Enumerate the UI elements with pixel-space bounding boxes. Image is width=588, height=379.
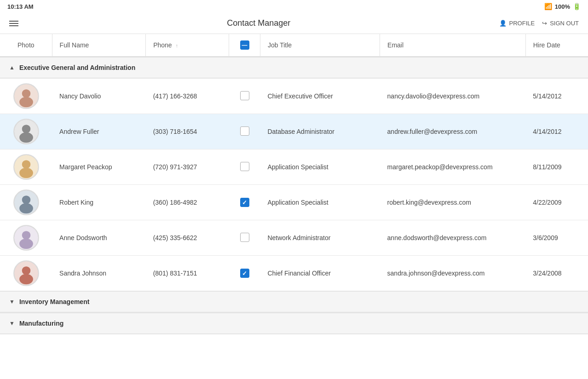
cell-job-title: Application Specialist <box>260 149 380 185</box>
avatar <box>13 225 39 251</box>
cell-name: Robert King <box>52 185 146 220</box>
avatar <box>13 154 39 180</box>
cell-phone: (360) 186-4982 <box>146 185 229 220</box>
table-header-row: Photo Full Name Phone ↑ Job Title Email <box>0 34 588 57</box>
contacts-table: Photo Full Name Phone ↑ Job Title Email <box>0 34 588 334</box>
table-row[interactable]: Nancy Davolio(417) 166-3268Chief Executi… <box>0 79 588 114</box>
hamburger-button[interactable] <box>9 21 18 26</box>
cell-checkbox[interactable] <box>229 79 260 114</box>
cell-email: margaret.peackop@devexpress.com <box>380 149 526 185</box>
cell-email: robert.king@devexpress.com <box>380 185 526 220</box>
svg-point-11 <box>19 203 33 213</box>
cell-checkbox[interactable] <box>229 256 260 291</box>
cell-hire-date: 4/22/2009 <box>525 185 588 220</box>
table-row[interactable]: Andrew Fuller(303) 718-1654Database Admi… <box>0 114 588 149</box>
avatar <box>13 119 39 144</box>
cell-name: Andrew Fuller <box>52 114 146 149</box>
cell-phone: (801) 831-7151 <box>146 256 229 291</box>
group-label: Manufacturing <box>19 320 63 327</box>
header-checkbox[interactable] <box>240 40 249 50</box>
col-header-check[interactable] <box>229 34 260 57</box>
cell-email: sandra.johnson@devexpress.com <box>380 256 526 291</box>
cell-email: andrew.fuller@devexpress.com <box>380 114 526 149</box>
table-row[interactable]: Robert King(360) 186-4982Application Spe… <box>0 185 588 220</box>
row-checkbox[interactable] <box>240 162 249 171</box>
table-wrapper: Photo Full Name Phone ↑ Job Title Email <box>0 34 588 334</box>
table-row[interactable]: Margaret Peackop(720) 971-3927Applicatio… <box>0 149 588 185</box>
cell-hire-date: 5/14/2012 <box>525 79 588 114</box>
group-header-1[interactable]: ▼Inventory Management <box>0 291 588 312</box>
svg-point-7 <box>22 160 30 169</box>
cell-hire-date: 4/14/2012 <box>525 114 588 149</box>
cell-hire-date: 3/24/2008 <box>525 256 588 291</box>
svg-point-8 <box>19 168 33 178</box>
avatar <box>13 260 39 286</box>
cell-checkbox[interactable] <box>229 185 260 220</box>
app-header: Contact Manager 👤 PROFILE ↪ SIGN OUT <box>0 13 588 34</box>
cell-photo <box>0 79 52 114</box>
battery-icon: 🔋 <box>573 3 581 10</box>
battery-display: 100% <box>555 3 570 10</box>
svg-point-4 <box>22 125 30 133</box>
cell-photo <box>0 185 52 220</box>
cell-phone: (720) 971-3927 <box>146 149 229 185</box>
cell-email: anne.dodsworth@devexpress.com <box>380 220 526 256</box>
cell-hire-date: 8/11/2009 <box>525 149 588 185</box>
cell-checkbox[interactable] <box>229 220 260 256</box>
sign-out-icon: ↪ <box>542 20 547 27</box>
svg-point-16 <box>22 266 30 275</box>
cell-checkbox[interactable] <box>229 114 260 149</box>
wifi-icon: 📶 <box>544 3 552 10</box>
cell-photo <box>0 256 52 291</box>
cell-photo <box>0 149 52 185</box>
profile-button[interactable]: 👤 PROFILE <box>499 20 535 27</box>
col-header-photo: Photo <box>0 34 52 57</box>
group-header-row[interactable]: ▼Inventory Management <box>0 291 588 313</box>
cell-job-title: Application Specialist <box>260 185 380 220</box>
row-checkbox[interactable] <box>240 269 249 278</box>
group-header-0[interactable]: ▲Executive General and Administration <box>0 57 588 78</box>
col-header-email: Email <box>380 34 526 57</box>
cell-photo <box>0 220 52 256</box>
app-title: Contact Manager <box>227 18 290 28</box>
chevron-icon: ▼ <box>9 299 15 305</box>
cell-job-title: Database Administrator <box>260 114 380 149</box>
table-row[interactable]: Anne Dodsworth(425) 335-6622Network Admi… <box>0 220 588 256</box>
group-header-2[interactable]: ▼Manufacturing <box>0 313 588 334</box>
col-header-phone[interactable]: Phone ↑ <box>146 34 229 57</box>
row-checkbox[interactable] <box>240 126 249 136</box>
avatar <box>13 190 39 215</box>
row-checkbox[interactable] <box>240 91 249 100</box>
cell-job-title: Chief Financial Officer <box>260 256 380 291</box>
cell-photo <box>0 114 52 149</box>
row-checkbox[interactable] <box>240 233 249 242</box>
cell-name: Margaret Peackop <box>52 149 146 185</box>
group-header-row[interactable]: ▼Manufacturing <box>0 313 588 334</box>
cell-hire-date: 3/6/2009 <box>525 220 588 256</box>
sort-asc-icon: ↑ <box>176 43 179 48</box>
svg-point-13 <box>22 231 30 240</box>
table-row[interactable]: Sandra Johnson(801) 831-7151Chief Financ… <box>0 256 588 291</box>
group-header-row[interactable]: ▲Executive General and Administration <box>0 57 588 79</box>
svg-point-14 <box>19 239 33 249</box>
cell-job-title: Chief Executive Officer <box>260 79 380 114</box>
svg-point-5 <box>19 132 33 143</box>
cell-name: Nancy Davolio <box>52 79 146 114</box>
sign-out-label: SIGN OUT <box>550 20 579 27</box>
group-label: Executive General and Administration <box>19 64 135 71</box>
chevron-icon: ▲ <box>9 64 15 71</box>
group-label: Inventory Management <box>19 298 89 305</box>
col-header-jobtitle: Job Title <box>260 34 380 57</box>
row-checkbox[interactable] <box>240 198 249 207</box>
svg-point-2 <box>19 97 33 107</box>
col-header-fullname: Full Name <box>52 34 146 57</box>
cell-phone: (303) 718-1654 <box>146 114 229 149</box>
sign-out-button[interactable]: ↪ SIGN OUT <box>542 20 579 27</box>
time-display: 10:13 AM <box>7 3 34 10</box>
cell-phone: (425) 335-6622 <box>146 220 229 256</box>
col-header-hiredate: Hire Date <box>525 34 588 57</box>
cell-name: Anne Dodsworth <box>52 220 146 256</box>
cell-checkbox[interactable] <box>229 149 260 185</box>
cell-name: Sandra Johnson <box>52 256 146 291</box>
cell-email: nancy.davolio@devexpress.com <box>380 79 526 114</box>
